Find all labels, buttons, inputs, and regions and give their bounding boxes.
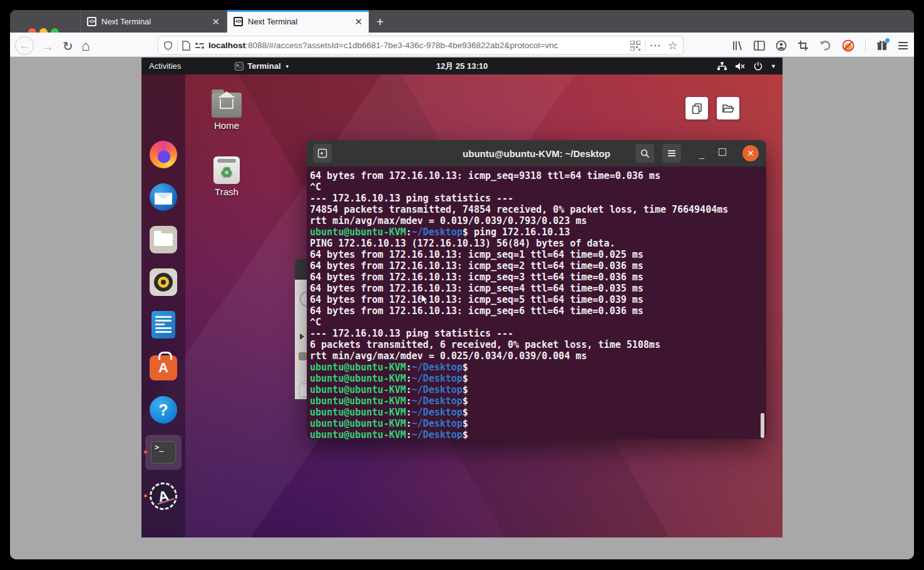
terminal-line: 64 bytes from 172.16.10.13: icmp_seq=1 t… xyxy=(310,249,766,260)
tab-close-icon[interactable]: ✕ xyxy=(354,17,362,26)
terminal-line: ubuntu@ubuntu-KVM:~/Desktop$ xyxy=(310,418,766,429)
permissions-icon[interactable] xyxy=(195,42,205,49)
terminal-maximize-button[interactable] xyxy=(719,148,726,156)
network-icon xyxy=(717,62,727,71)
shield-icon[interactable] xyxy=(163,41,173,51)
desktop-icon-home[interactable]: Home xyxy=(207,93,247,131)
browser-content-margin xyxy=(10,537,914,559)
screenshot-icon[interactable] xyxy=(798,40,809,51)
blocked-content-icon[interactable] xyxy=(842,39,855,52)
terminal-line: ubuntu@ubuntu-KVM:~/Desktop$ xyxy=(310,384,766,395)
desktop-icon-label: Home xyxy=(214,120,239,131)
account-icon[interactable] xyxy=(776,40,787,51)
clock[interactable]: 12月 25 13:10 xyxy=(141,61,783,72)
running-indicator xyxy=(144,494,147,497)
dock-item-libreoffice-writer[interactable] xyxy=(150,311,177,338)
terminal-window[interactable]: ubuntu@ubuntu-KVM: ~/Desktop – ✕ 64 byte… xyxy=(307,140,766,439)
library-icon[interactable] xyxy=(732,40,743,51)
dock-item-thunderbird[interactable] xyxy=(150,183,177,211)
new-tab-button[interactable]: + xyxy=(376,14,384,29)
trash-icon: ♻ xyxy=(213,156,240,184)
terminal-minimize-button[interactable]: – xyxy=(694,144,710,163)
terminal-line: PING 172.16.10.13 (172.16.10.13) 56(84) … xyxy=(310,238,766,249)
screen: <> Next Terminal ✕ <> Next Terminal ✕ + … xyxy=(0,0,924,570)
terminal-line: rtt min/avg/max/mdev = 0.019/0.039/0.793… xyxy=(310,215,766,226)
desktop-icon-trash[interactable]: ♻ Trash xyxy=(207,156,247,197)
next-terminal-favicon: <> xyxy=(234,17,243,26)
dock-item-firefox[interactable] xyxy=(150,141,177,168)
tab-next-terminal-2[interactable]: <> Next Terminal ✕ xyxy=(227,10,369,33)
terminal-line: ubuntu@ubuntu-KVM:~/Desktop$ xyxy=(310,407,766,418)
volume-muted-icon xyxy=(735,62,746,71)
dock-item-app-a[interactable]: A xyxy=(150,482,177,510)
vnc-viewport: Activities >_ Terminal ▾ 12月 25 13:10 ▼ xyxy=(141,58,783,537)
terminal-line: ubuntu@ubuntu-KVM:~/Desktop$ xyxy=(310,362,766,373)
terminal-line: 64 bytes from 172.16.10.13: icmp_seq=931… xyxy=(310,170,766,181)
dock-item-files[interactable] xyxy=(150,226,177,253)
home-folder-icon xyxy=(212,93,242,118)
back-button[interactable]: ← xyxy=(15,36,34,55)
terminal-line: ubuntu@ubuntu-KVM:~/Desktop$ xyxy=(310,395,766,407)
browser-tab-bar: <> Next Terminal ✕ <> Next Terminal ✕ + xyxy=(10,10,914,33)
background-window-body xyxy=(295,280,307,399)
terminal-line: 74854 packets transmitted, 74854 receive… xyxy=(310,204,766,215)
app-a-icon: A xyxy=(147,480,180,512)
tab-close-icon[interactable]: ✕ xyxy=(212,17,220,26)
url-bar[interactable]: localhost:8088/#/access?assetsId=c1db668… xyxy=(158,36,684,55)
copy-icon xyxy=(692,103,702,114)
help-icon: ? xyxy=(150,396,177,424)
clipboard-copy-button[interactable] xyxy=(685,97,708,120)
notification-dot xyxy=(885,38,890,43)
terminal-line: ^C xyxy=(310,181,766,193)
divider xyxy=(865,39,866,52)
tab-label: Next Terminal xyxy=(248,17,349,26)
file-manager-button[interactable] xyxy=(717,97,739,120)
terminal-line: 64 bytes from 172.16.10.13: icmp_seq=4 t… xyxy=(310,283,766,294)
page-icon[interactable] xyxy=(182,41,190,51)
background-window-titlebar xyxy=(295,259,307,280)
reload-button[interactable]: ↻ xyxy=(63,40,73,53)
terminal-line: rtt min/avg/max/mdev = 0.025/0.034/0.039… xyxy=(310,350,766,362)
terminal-line: --- 172.16.10.13 ping statistics --- xyxy=(310,193,766,204)
forward-button[interactable]: → xyxy=(41,40,54,53)
home-button[interactable]: ⌂ xyxy=(81,39,90,53)
terminal-line: ubuntu@ubuntu-KVM:~/Desktop$ xyxy=(310,373,766,384)
ubuntu-software-icon: A xyxy=(150,355,177,380)
url-text[interactable]: localhost:8088/#/access?assetsId=c1db668… xyxy=(208,41,558,50)
terminal-line: 6 packets transmitted, 6 received, 0% pa… xyxy=(310,339,766,350)
terminal-line: --- 172.16.10.13 ping statistics --- xyxy=(310,328,766,339)
background-window-partial[interactable] xyxy=(295,259,307,399)
libreoffice-writer-icon xyxy=(151,311,175,338)
terminal-search-button[interactable] xyxy=(635,144,654,163)
dock-item-ubuntu-software[interactable]: A xyxy=(150,354,177,381)
sidebar-icon[interactable] xyxy=(754,41,765,51)
terminal-scrollbar[interactable] xyxy=(761,413,764,438)
power-icon xyxy=(754,62,762,71)
tab-next-terminal-1[interactable]: <> Next Terminal ✕ xyxy=(80,10,227,33)
terminal-body[interactable]: 64 bytes from 172.16.10.13: icmp_seq=931… xyxy=(307,166,766,439)
terminal-titlebar[interactable]: ubuntu@ubuntu-KVM: ~/Desktop – ✕ xyxy=(307,140,766,166)
rhythmbox-icon xyxy=(150,268,177,296)
qr-code-icon[interactable] xyxy=(630,41,640,51)
gift-icon[interactable] xyxy=(876,40,888,51)
dock-item-rhythmbox[interactable] xyxy=(150,268,177,296)
mouse-cursor xyxy=(421,293,429,306)
gnome-top-bar: Activities >_ Terminal ▾ 12月 25 13:10 ▼ xyxy=(141,58,783,74)
dock-item-help[interactable]: ? xyxy=(150,396,177,424)
dock-item-terminal[interactable]: >_ xyxy=(150,439,177,466)
tab-label: Next Terminal xyxy=(101,17,207,26)
terminal-line: ubuntu@ubuntu-KVM:~/Desktop$ ping 172.16… xyxy=(310,226,766,238)
terminal-line: 64 bytes from 172.16.10.13: icmp_seq=5 t… xyxy=(310,294,766,305)
terminal-line: ^C xyxy=(310,317,766,328)
terminal-menu-button[interactable] xyxy=(662,144,681,163)
system-status-area[interactable]: ▼ xyxy=(717,58,776,74)
terminal-close-button[interactable]: ✕ xyxy=(742,145,759,161)
bookmark-star-icon[interactable]: ☆ xyxy=(668,39,678,53)
undo-icon[interactable] xyxy=(819,40,831,51)
menu-icon[interactable] xyxy=(898,42,908,49)
folder-open-icon xyxy=(722,104,734,113)
terminal-line: 64 bytes from 172.16.10.13: icmp_seq=2 t… xyxy=(310,260,766,272)
next-terminal-favicon: <> xyxy=(87,17,96,26)
terminal-icon: >_ xyxy=(151,441,176,464)
macos-window: <> Next Terminal ✕ <> Next Terminal ✕ + … xyxy=(10,10,914,559)
